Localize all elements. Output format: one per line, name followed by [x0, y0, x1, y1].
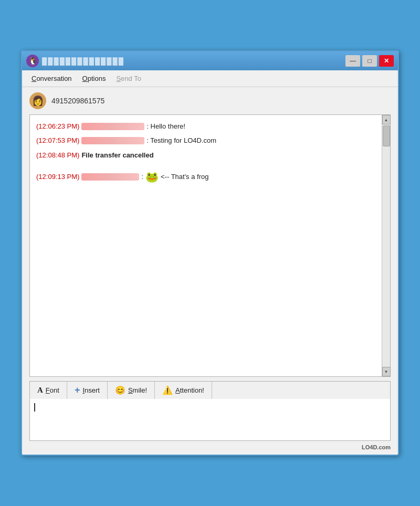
attention-label: Attention!: [175, 386, 204, 394]
scroll-thumb[interactable]: [383, 125, 390, 146]
insert-label: Insert: [82, 386, 100, 394]
username-1-blurred: [81, 123, 144, 130]
contact-number: 4915209861575: [51, 97, 104, 105]
toolbar: A Font + Insert 😊 Smile! ⚠️ Attention!: [29, 381, 391, 399]
msg-text-1: : Hello there!: [146, 120, 185, 132]
title-bar-left: 🐧 ██████████████: [26, 55, 124, 67]
scrollbar[interactable]: ▲ ▼: [382, 115, 390, 376]
insert-icon: +: [75, 385, 80, 396]
frog-emoji: 🐸: [145, 167, 159, 186]
message-input[interactable]: [29, 399, 391, 441]
chat-messages: (12:06:23 PM) : Hello there! (12:07:53 P…: [30, 115, 382, 376]
minimize-button[interactable]: —: [345, 55, 360, 67]
insert-button[interactable]: + Insert: [67, 382, 108, 399]
menu-sendto[interactable]: Send To: [112, 72, 145, 85]
title-bar: 🐧 ██████████████ — □ ✕: [22, 51, 398, 70]
watermark-text: LO4D.com: [362, 444, 391, 450]
font-label: Font: [46, 386, 59, 394]
window-controls: — □ ✕: [345, 55, 394, 67]
avatar: 👩: [29, 92, 46, 109]
timestamp-1: (12:06:23 PM): [36, 120, 79, 132]
app-icon-glyph: 🐧: [28, 57, 37, 65]
attention-button[interactable]: ⚠️ Attention!: [155, 382, 212, 399]
menu-conversation[interactable]: Conversation: [27, 72, 76, 85]
message-2: (12:07:53 PM) : Testing for LO4D.com: [36, 134, 375, 146]
app-icon: 🐧: [26, 55, 39, 67]
timestamp-4: (12:09:13 PM): [36, 171, 79, 183]
main-window: 🐧 ██████████████ — □ ✕ Conversation Opti…: [21, 50, 399, 456]
window-title: ██████████████: [42, 57, 124, 65]
smile-label: Smile!: [128, 386, 147, 394]
close-button[interactable]: ✕: [379, 55, 394, 67]
message-4: (12:09:13 PM) : 🐸 <-- That's a frog: [36, 167, 375, 186]
menu-options[interactable]: Options: [78, 72, 110, 85]
maximize-button[interactable]: □: [362, 55, 377, 67]
scroll-down-button[interactable]: ▼: [382, 367, 391, 376]
text-cursor: [34, 403, 35, 412]
timestamp-2: (12:07:53 PM): [36, 134, 79, 146]
smile-button[interactable]: 😊 Smile!: [108, 382, 155, 399]
message-3: (12:08:48 PM) File transfer cancelled: [36, 149, 375, 161]
msg-text-3: File transfer cancelled: [81, 149, 153, 161]
smile-icon: 😊: [115, 385, 125, 395]
timestamp-3: (12:08:48 PM): [36, 149, 79, 161]
font-icon: A: [37, 386, 43, 395]
username-4-blurred: [81, 173, 139, 181]
scroll-up-button[interactable]: ▲: [382, 115, 391, 124]
username-2-blurred: [81, 137, 144, 144]
font-button[interactable]: A Font: [30, 382, 67, 399]
menu-bar: Conversation Options Send To: [22, 70, 398, 87]
watermark: LO4D.com: [22, 441, 398, 455]
attention-icon: ⚠️: [162, 385, 173, 395]
msg-text-2: : Testing for LO4D.com: [146, 134, 216, 146]
chat-area-wrapper: (12:06:23 PM) : Hello there! (12:07:53 P…: [29, 114, 391, 377]
msg-text-4: <-- That's a frog: [161, 171, 208, 183]
spacer: [36, 163, 375, 167]
msg-text-4-colon: :: [141, 171, 143, 183]
message-1: (12:06:23 PM) : Hello there!: [36, 120, 375, 132]
contact-bar: 👩 4915209861575: [22, 87, 398, 114]
